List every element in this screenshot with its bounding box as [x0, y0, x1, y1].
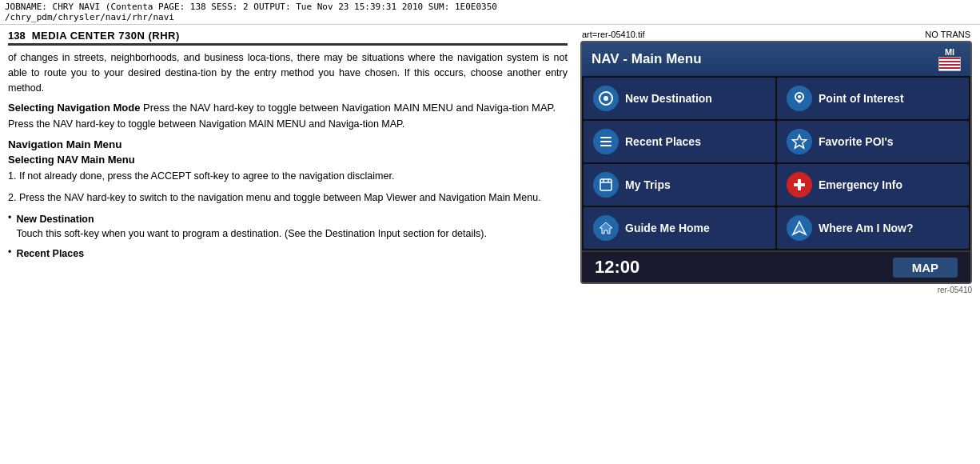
nav-mi-label: MI: [945, 47, 954, 57]
nav-btn-recent[interactable]: Recent Places: [584, 121, 775, 162]
image-ref: rer-05410: [580, 286, 972, 294]
num-2-text: Press the NAV hard-key to switch to the …: [19, 192, 541, 203]
right-column: art=rer-05410.tif NO TRANS NAV - Main Me…: [580, 30, 972, 294]
numbered-item-1: 1. If not already done, press the ACCEPT…: [8, 169, 568, 184]
heading-sel-nav-main: Selecting NAV Main Menu: [8, 154, 568, 166]
nav-mi-flag: [938, 57, 961, 71]
fav-poi-icon: [787, 129, 812, 154]
nav-btn-poi[interactable]: Point of Interest: [777, 78, 969, 119]
guide-home-icon: [593, 215, 619, 241]
guide-home-label: Guide Me Home: [625, 222, 710, 234]
nav-btn-where-am-i[interactable]: Where Am I Now?: [777, 207, 969, 249]
bullet-title-new-dest: New Destination: [16, 214, 94, 225]
svg-point-1: [604, 96, 608, 101]
image-filename: art=rer-05410.tif: [582, 30, 645, 39]
nav-title-bar: NAV - Main Menu MI: [582, 42, 970, 76]
num-1: 1.: [8, 170, 16, 182]
bullet-recent-places: • Recent Places: [8, 246, 568, 262]
emergency-icon: [787, 172, 812, 198]
svg-rect-8: [600, 179, 612, 190]
sel-nav-mode-body: Press the NAV hard-key to toggle between…: [143, 102, 556, 114]
my-trips-icon: [593, 172, 619, 198]
bullet-dot-2: •: [8, 246, 11, 262]
svg-point-3: [798, 95, 801, 98]
chapter-number: 138: [8, 30, 26, 42]
new-destination-icon: [593, 86, 619, 111]
nav-btn-my-trips[interactable]: My Trips: [584, 164, 775, 206]
body-paragraph-1: of changes in streets, neighborhoods, an…: [8, 50, 568, 95]
new-destination-label: New Destination: [625, 92, 712, 105]
bullet-new-destination: • New Destination Touch this soft-key wh…: [8, 212, 568, 242]
numbered-item-2: 2. Press the NAV hard-key to switch to t…: [8, 190, 568, 206]
chapter-header: 138 MEDIA CENTER 730N (RHR): [8, 30, 568, 46]
num-1-text: If not already done, press the ACCEPT so…: [19, 170, 394, 182]
bullet-title-recent: Recent Places: [16, 248, 84, 259]
svg-marker-7: [793, 135, 807, 148]
nav-btn-fav-poi[interactable]: Favorite POI's: [777, 121, 969, 162]
image-trans: NO TRANS: [925, 30, 970, 39]
nav-screen: NAV - Main Menu MI New Destination: [580, 41, 972, 284]
num-2: 2.: [8, 192, 16, 203]
poi-label: Point of Interest: [819, 92, 904, 105]
recent-label: Recent Places: [625, 135, 701, 148]
page-header: JOBNAME: CHRY NAVI (Contenta PAGE: 138 S…: [0, 0, 980, 25]
my-trips-label: My Trips: [625, 178, 671, 191]
where-am-i-label: Where Am I Now?: [819, 222, 914, 234]
nav-button-grid: New Destination Point of Interest: [582, 76, 970, 250]
left-column: 138 MEDIA CENTER 730N (RHR) of changes i…: [8, 30, 568, 294]
emergency-label: Emergency Info: [819, 178, 902, 191]
bullet-section: • New Destination Touch this soft-key wh…: [8, 212, 568, 262]
nav-time: 12:00: [595, 257, 639, 278]
fav-poi-label: Favorite POI's: [819, 135, 894, 148]
sel-nav-mode-text: Press the NAV hard-key to toggle between…: [8, 117, 568, 132]
nav-mi-icon: MI: [938, 47, 961, 71]
nav-title-text: NAV - Main Menu: [592, 51, 702, 67]
nav-map-button[interactable]: MAP: [893, 258, 958, 278]
bullet-dot-1: •: [8, 212, 11, 242]
image-label-row: art=rer-05410.tif NO TRANS: [580, 30, 972, 39]
heading-nav-main-menu: Navigation Main Menu: [8, 138, 568, 150]
nav-btn-new-destination[interactable]: New Destination: [584, 78, 775, 119]
svg-marker-14: [793, 222, 806, 234]
svg-rect-5: [600, 141, 612, 142]
svg-rect-4: [600, 137, 612, 138]
where-am-i-icon: [787, 215, 812, 241]
poi-icon: [787, 86, 812, 111]
heading-sel-nav-mode: Selecting Navigation Mode Press the NAV …: [8, 102, 568, 114]
nav-btn-emergency[interactable]: Emergency Info: [777, 164, 969, 206]
recent-icon: [593, 129, 619, 154]
svg-rect-13: [794, 183, 805, 186]
nav-bottom-bar: 12:00 MAP: [582, 250, 970, 282]
bullet-body-new-dest: Touch this soft-key when you want to pro…: [16, 228, 487, 239]
chapter-title: MEDIA CENTER 730N (RHR): [32, 30, 180, 42]
svg-rect-6: [600, 145, 612, 146]
nav-btn-guide-home[interactable]: Guide Me Home: [584, 207, 775, 249]
